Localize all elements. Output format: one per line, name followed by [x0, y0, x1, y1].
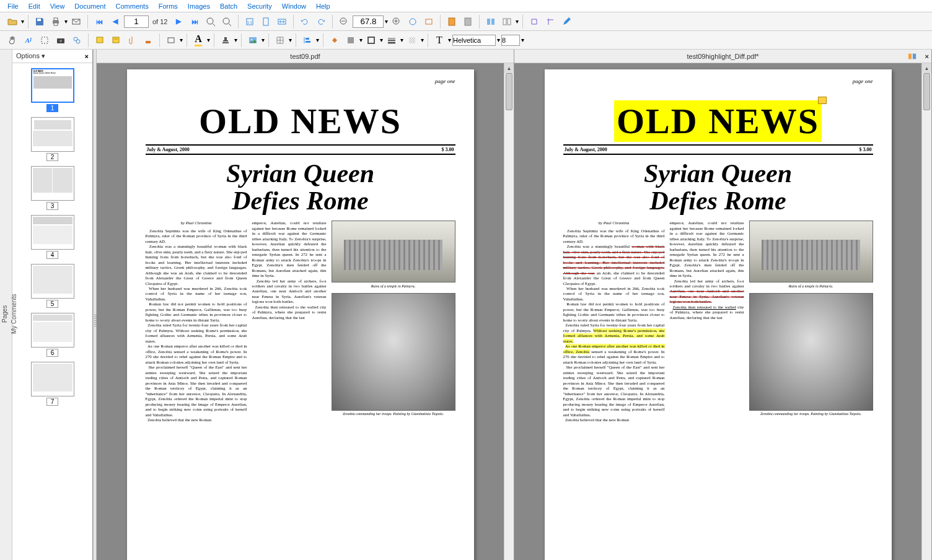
thumbnail-1[interactable]: OLD NEWSSyrian Queen Defies Rome1	[31, 68, 74, 112]
menu-document[interactable]: Document	[69, 1, 110, 11]
next-page-button[interactable]: ▶	[171, 14, 186, 29]
thumbnail-7[interactable]: 7	[31, 362, 74, 406]
first-page-button[interactable]: ⏮	[92, 14, 107, 29]
thumb-close[interactable]: ×	[85, 53, 89, 60]
thumbnail-4[interactable]: 4	[31, 215, 74, 259]
border-dropdown[interactable]: ▾	[380, 37, 383, 43]
color-swatch[interactable]	[343, 33, 358, 48]
zoom-dropdown[interactable]: ▾	[385, 18, 388, 25]
zoom-in-icon[interactable]	[219, 14, 234, 29]
fit-page-button[interactable]	[258, 14, 273, 29]
fillcolor-tool[interactable]	[327, 33, 342, 48]
rotate-ccw-button[interactable]	[297, 14, 312, 29]
stamp2-tool[interactable]	[141, 33, 156, 48]
last-page-button[interactable]: ⏭	[187, 14, 202, 29]
pages-tab[interactable]: Pages	[0, 50, 9, 560]
thumbnail-5[interactable]: 5	[31, 264, 74, 308]
sync-button[interactable]	[499, 14, 514, 29]
rotate-cw-button[interactable]	[314, 14, 328, 29]
align-tool[interactable]	[300, 33, 315, 48]
text-tool[interactable]: T	[432, 33, 447, 48]
menu-forms[interactable]: Forms	[154, 1, 183, 11]
thumb-options[interactable]: Options ▾	[16, 52, 45, 60]
thumbnail-3[interactable]: 3	[31, 166, 74, 210]
line-tool[interactable]	[384, 33, 399, 48]
email-button[interactable]	[69, 14, 84, 29]
open-button[interactable]	[5, 14, 20, 29]
menu-security[interactable]: Security	[242, 1, 277, 11]
fontsize-dropdown[interactable]: ▾	[521, 37, 524, 43]
menu-images[interactable]: Images	[183, 1, 215, 11]
grid-dropdown[interactable]: ▾	[289, 37, 292, 43]
font-select[interactable]	[452, 35, 496, 46]
stamp-dropdown[interactable]: ▾	[234, 37, 237, 43]
crop-button[interactable]	[543, 14, 558, 29]
menu-edit[interactable]: Edit	[24, 1, 45, 11]
fit-width-button[interactable]	[275, 14, 289, 29]
highlight-tool[interactable]: A	[191, 33, 206, 48]
fontsize-select[interactable]	[501, 35, 520, 46]
rect-tool[interactable]	[164, 33, 178, 48]
line-dropdown[interactable]: ▾	[400, 37, 403, 43]
zoom-in-button[interactable]	[389, 14, 404, 29]
opacity-dropdown[interactable]: ▾	[421, 37, 424, 43]
scrollbar-right[interactable]: ▲▼	[921, 63, 931, 560]
image-tool[interactable]	[245, 33, 260, 48]
page-input[interactable]	[124, 15, 149, 28]
menu-help[interactable]: Help	[311, 1, 335, 11]
open-dropdown[interactable]: ▾	[21, 18, 24, 25]
doc-body-right[interactable]: page one OLD NEWS July & August, 2000$ 3…	[514, 63, 921, 560]
hand-tool[interactable]	[5, 33, 20, 48]
menu-comments[interactable]: Comments	[111, 1, 154, 11]
doc-tab-right[interactable]: test09highlight_Diff.pdf* ×	[514, 50, 931, 63]
edit-button[interactable]	[559, 14, 574, 29]
zoom-out-button[interactable]	[336, 14, 351, 29]
save-button[interactable]	[32, 14, 47, 29]
clip-button[interactable]	[527, 14, 542, 29]
underline-annotation[interactable]: Zenobia then retreated to the walled	[673, 305, 736, 309]
scan-button[interactable]	[421, 14, 436, 29]
comments-tab[interactable]: My Comments	[9, 50, 19, 560]
form-button[interactable]	[444, 14, 459, 29]
menu-view[interactable]: View	[45, 1, 70, 11]
thumbnail-6[interactable]: 6	[31, 313, 74, 357]
grid-tool[interactable]	[273, 33, 288, 48]
doc-body-left[interactable]: page one OLD NEWS July & August, 2000$ 3…	[97, 63, 504, 560]
doc-tab-left[interactable]: test09.pdf	[97, 50, 514, 63]
note-tool[interactable]	[92, 33, 107, 48]
zoom-out-icon[interactable]	[203, 14, 218, 29]
print-button[interactable]	[48, 14, 63, 29]
menu-window[interactable]: Window	[277, 1, 311, 11]
sticky-note-icon[interactable]	[818, 97, 827, 104]
menu-file[interactable]: File	[2, 1, 24, 11]
image-dropdown[interactable]: ▾	[262, 37, 265, 43]
align-dropdown[interactable]: ▾	[316, 37, 319, 43]
thumbnail-2[interactable]: 2	[31, 117, 74, 161]
marquee-tool[interactable]	[37, 33, 52, 48]
shape-dropdown[interactable]: ▾	[180, 37, 183, 43]
note2-tool[interactable]	[108, 33, 123, 48]
form2-button[interactable]	[460, 14, 475, 29]
text-select-tool[interactable]: AI	[21, 33, 36, 48]
scrollbar-left[interactable]: ▲▼	[504, 63, 514, 560]
compare-dropdown[interactable]: ▾	[516, 18, 519, 25]
highlight-dropdown[interactable]: ▾	[207, 37, 210, 43]
snapshot-tool[interactable]	[53, 33, 68, 48]
prev-page-button[interactable]: ◀	[108, 14, 123, 29]
fit-actual-button[interactable]: 1:1	[242, 14, 257, 29]
text-dropdown[interactable]: ▾	[448, 37, 451, 43]
stamp-tool[interactable]	[218, 33, 233, 48]
strikeout-annotation[interactable]: Aurelian, one near Antioch and another n…	[670, 289, 744, 304]
print-dropdown[interactable]: ▾	[64, 18, 68, 25]
opacity-tool[interactable]	[405, 33, 420, 48]
zoom-input[interactable]	[353, 15, 384, 28]
font-dropdown[interactable]: ▾	[497, 37, 500, 43]
find-tool[interactable]	[69, 33, 84, 48]
border-tool[interactable]	[364, 33, 379, 48]
color-dropdown[interactable]: ▾	[359, 37, 363, 43]
attach-tool[interactable]	[125, 33, 139, 48]
compare-button[interactable]	[483, 14, 498, 29]
loupe-button[interactable]	[405, 14, 420, 29]
menu-batch[interactable]: Batch	[215, 1, 242, 11]
close-icon[interactable]: ×	[925, 53, 929, 60]
